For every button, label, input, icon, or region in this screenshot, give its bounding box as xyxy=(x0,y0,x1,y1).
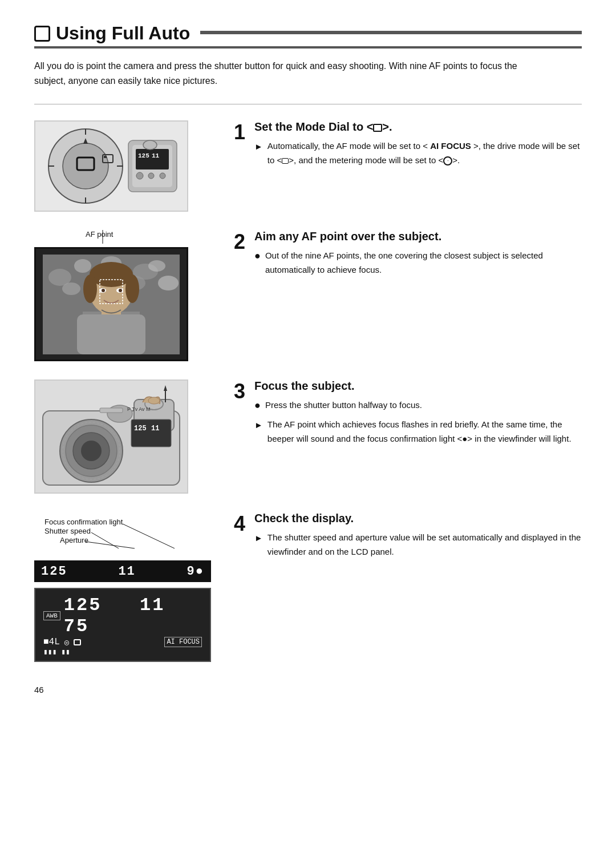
lcd-metering-icon: ◎ xyxy=(64,637,69,647)
bullet-dot-2: ● xyxy=(254,397,261,414)
viewfinder-inner xyxy=(43,255,180,354)
step-3-image: 125 11 P Tv Av M xyxy=(34,380,217,494)
step-number-1: 1 xyxy=(234,120,254,144)
display-annotations: Focus confirmation light Shutter speed A… xyxy=(34,518,217,560)
step-3-content: 3 Focus the subject. ● Press the shutter… xyxy=(234,380,582,449)
vf-shutter: 125 xyxy=(41,564,67,579)
step-2-body: ● Out of the nine AF points, the one cov… xyxy=(254,249,582,277)
lcd-battery-sound: ▮▮▮ ▮▮ xyxy=(43,647,70,656)
intro-paragraph: All you do is point the camera and press… xyxy=(34,59,548,88)
step-2-bullet-text: Out of the nine AF points, the one cover… xyxy=(265,249,582,277)
step-1-arrow-text: Automatically, the AF mode will be set t… xyxy=(268,139,582,168)
svg-point-34 xyxy=(125,274,139,303)
viewfinder-image xyxy=(34,247,188,361)
step-number-2: 2 xyxy=(234,230,254,254)
lcd-row-2: ■4L ◎ AI FOCUS xyxy=(43,637,202,647)
svg-text:11: 11 xyxy=(151,425,159,433)
svg-text:125: 125 xyxy=(134,425,147,433)
title-text: Using Full Auto xyxy=(56,23,190,44)
page-number: 46 xyxy=(34,685,582,695)
svg-point-26 xyxy=(148,260,165,272)
svg-point-1 xyxy=(63,143,108,189)
svg-rect-50 xyxy=(131,419,171,447)
svg-point-33 xyxy=(83,274,97,303)
vf-aperture: 11 xyxy=(118,564,135,579)
step-4-text: Check the display. ► The shutter speed a… xyxy=(254,512,582,563)
step-1-arrow-item: ► Automatically, the AF mode will be set… xyxy=(254,139,582,168)
mode-square-icon xyxy=(373,124,382,132)
step-4-body: ► The shutter speed and aperture value w… xyxy=(254,531,582,559)
step-1: 125 11 1 Set the Mode Dial to <>. ► Auto xyxy=(34,120,582,212)
full-auto-mode-icon xyxy=(34,26,50,42)
lcd-size-icon: ■4L xyxy=(43,637,60,647)
step-1-text: Set the Mode Dial to <>. ► Automatically… xyxy=(254,120,582,171)
lcd-battery-icon: ▮▮▮ ▮▮ xyxy=(43,648,70,656)
lcd-ev-value: 75 xyxy=(64,616,89,637)
step-3-heading: Focus the subject. xyxy=(254,380,582,393)
shutter-speed-annotation: Shutter speed xyxy=(44,527,91,535)
section-divider xyxy=(34,104,582,104)
svg-point-38 xyxy=(119,289,122,292)
step-2-heading: Aim any AF point over the subject. xyxy=(254,230,582,243)
step-1-content: 1 Set the Mode Dial to <>. ► Automatical… xyxy=(234,120,582,171)
step-2-text: Aim any AF point over the subject. ● Out… xyxy=(254,230,582,281)
camera-body-image: 125 11 P Tv Av M xyxy=(34,380,188,494)
page-title: Using Full Auto xyxy=(34,23,582,49)
step-2-content: 2 Aim any AF point over the subject. ● O… xyxy=(234,230,582,281)
af-point-label: AF point xyxy=(86,230,113,239)
portrait-svg xyxy=(43,255,180,354)
svg-point-22 xyxy=(74,259,91,273)
lcd-shutter-value: 125 11 75 xyxy=(64,595,202,637)
svg-line-58 xyxy=(123,524,175,548)
svg-rect-56 xyxy=(100,408,123,413)
step-3-arrow-item: ► The AF point which achieves focus flas… xyxy=(254,418,582,446)
step-1-heading: Set the Mode Dial to <>. xyxy=(254,120,582,134)
svg-point-17 xyxy=(160,173,165,179)
step-3: 125 11 P Tv Av M 3 Focus the subject. xyxy=(34,380,582,494)
step-4-image: Focus confirmation light Shutter speed A… xyxy=(34,512,217,662)
metering-icon: · xyxy=(443,156,452,165)
step-1-image: 125 11 xyxy=(34,120,217,212)
step-3-bullet: ● Press the shutter button halfway to fo… xyxy=(254,398,582,414)
svg-point-15 xyxy=(136,172,143,179)
mode-dial-svg: 125 11 xyxy=(40,123,183,209)
camera-body-svg: 125 11 P Tv Av M xyxy=(37,382,185,491)
arrow-icon-4: ► xyxy=(254,531,263,546)
svg-rect-8 xyxy=(104,156,107,158)
lcd-aperture: 11 xyxy=(140,595,165,616)
mode-dial-image: 125 11 xyxy=(34,120,188,212)
svg-point-18 xyxy=(143,140,157,150)
step-4-arrow-text: The shutter speed and aperture value wil… xyxy=(268,531,582,559)
bullet-dot: ● xyxy=(254,248,261,265)
svg-line-60 xyxy=(86,542,135,548)
step-2: AF point xyxy=(34,230,582,361)
lcd-icons: ■4L ◎ xyxy=(43,637,81,647)
step-3-arrow-text: The AF point which achieves focus flashe… xyxy=(268,418,582,446)
step-4-arrow-item: ► The shutter speed and aperture value w… xyxy=(254,531,582,559)
step-2-image: AF point xyxy=(34,230,217,361)
lcd-ai-focus-label: AI FOCUS xyxy=(164,637,202,647)
step-4-heading: Check the display. xyxy=(254,512,582,525)
arrow-icon-2: ► xyxy=(254,418,263,433)
svg-text:P Tv Av M: P Tv Av M xyxy=(127,406,151,412)
lcd-mode-icon xyxy=(74,639,81,645)
subject-photo xyxy=(43,255,180,354)
step-3-body: ● Press the shutter button halfway to fo… xyxy=(254,398,582,446)
viewfinder-display: 125 11 9● xyxy=(34,560,211,582)
step-4-content: 4 Check the display. ► The shutter speed… xyxy=(234,512,582,563)
step-3-bullet-text: Press the shutter button halfway to focu… xyxy=(265,398,422,413)
af-point-annotation: AF point xyxy=(34,230,217,245)
step-2-bullet: ● Out of the nine AF points, the one cov… xyxy=(254,249,582,277)
step-4: Focus confirmation light Shutter speed A… xyxy=(34,512,582,662)
svg-point-25 xyxy=(158,276,179,290)
svg-point-53 xyxy=(148,397,160,404)
svg-text:11: 11 xyxy=(152,152,160,159)
step-number-4: 4 xyxy=(234,512,254,536)
lcd-row-bottom: ▮▮▮ ▮▮ xyxy=(43,647,202,656)
svg-point-27 xyxy=(62,282,80,295)
lcd-panel: AWB 125 11 75 ■4L ◎ AI FOCU xyxy=(34,588,211,662)
lcd-shutter: 125 xyxy=(64,595,102,616)
step-number-3: 3 xyxy=(234,380,254,403)
vf-dot-value: 9● xyxy=(187,564,204,579)
svg-line-59 xyxy=(91,532,119,548)
